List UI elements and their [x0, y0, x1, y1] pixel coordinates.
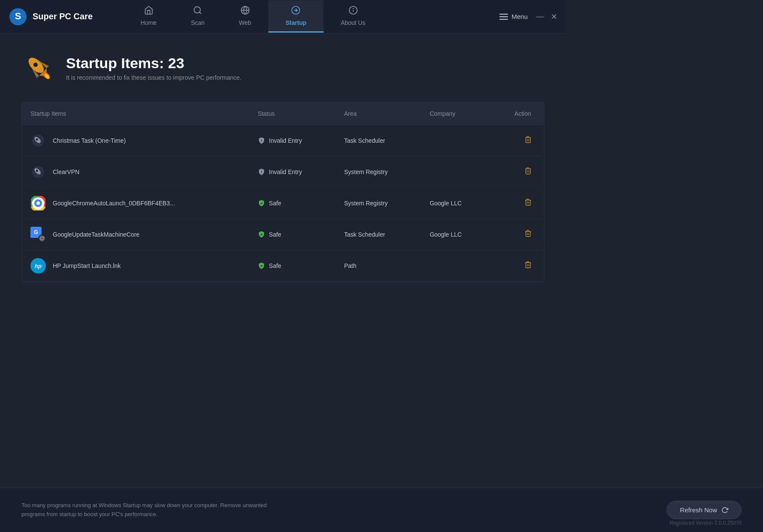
status-text: Invalid Entry [269, 137, 302, 144]
item-company-cell [421, 125, 490, 156]
item-area-cell: System Registry [336, 188, 421, 219]
minimize-button[interactable]: — [536, 12, 544, 21]
svg-point-37 [36, 201, 40, 205]
tab-scan[interactable]: Scan [174, 0, 222, 33]
item-action-cell [490, 125, 544, 156]
col-header-name: Startup Items [22, 102, 249, 125]
status-text: Safe [269, 231, 281, 238]
startup-table-container: Startup Items Status Area Company Action [21, 102, 544, 282]
delete-button[interactable] [521, 165, 535, 179]
item-name-cell: Christmas Task (One-Time) [22, 125, 249, 156]
delete-button[interactable] [521, 196, 535, 210]
main-content: Startup Items: 23 It is recommended to f… [0, 33, 566, 295]
table-row: G GoogleUpdateTaskMachineCore Safe [22, 219, 544, 250]
delete-button[interactable] [521, 134, 535, 148]
item-company-cell: Google LLC [421, 219, 490, 250]
trash-icon [524, 261, 532, 269]
delete-button[interactable] [521, 228, 535, 242]
svg-point-23 [261, 141, 262, 142]
tab-home-label: Home [141, 19, 156, 26]
menu-label: Menu [511, 13, 528, 20]
trash-icon [524, 198, 532, 207]
svg-rect-11 [499, 19, 508, 20]
titlebar-right: Menu — ✕ [499, 12, 557, 21]
tab-web[interactable]: Web [222, 0, 268, 33]
trash-icon [524, 135, 532, 144]
item-name: GoogleUpdateTaskMachineCore [53, 231, 139, 238]
svg-rect-9 [499, 14, 508, 15]
svg-point-30 [261, 173, 262, 174]
home-icon [144, 6, 153, 18]
menu-button[interactable]: Menu [499, 13, 528, 20]
item-name-cell: ClearVPN [22, 156, 249, 188]
delete-button[interactable] [521, 259, 535, 273]
titlebar: S Super PC Care Home [0, 0, 566, 33]
page-header-text: Startup Items: 23 It is recommended to f… [66, 55, 241, 81]
col-header-area: Area [336, 102, 421, 125]
rocket-item-icon [31, 134, 45, 147]
item-status-cell: Invalid Entry [249, 156, 335, 188]
tab-web-label: Web [239, 19, 251, 26]
item-name-cell: G GoogleUpdateTaskMachineCore [22, 219, 249, 250]
item-status-cell: Safe [249, 219, 335, 250]
invalid-shield-icon [258, 168, 265, 176]
svg-line-3 [200, 12, 201, 14]
item-company-cell [421, 156, 490, 188]
about-icon [348, 6, 358, 18]
tab-about[interactable]: About Us [324, 0, 383, 33]
startup-table: Startup Items Status Area Company Action [22, 102, 544, 282]
item-status-cell: Safe [249, 250, 335, 282]
hp-icon: hp [30, 258, 46, 274]
tab-startup-label: Startup [285, 19, 306, 26]
table-row: Christmas Task (One-Time) Invalid Entry … [22, 125, 544, 156]
web-icon [240, 6, 250, 18]
item-name-cell: hp HP JumpStart Launch.lnk [22, 250, 249, 282]
item-company-cell: Google LLC [421, 188, 490, 219]
page-header: Startup Items: 23 It is recommended to f… [21, 51, 544, 85]
google-update-icon: G [30, 227, 46, 242]
item-area-cell: Task Scheduler [336, 125, 421, 156]
status-text: Safe [269, 262, 281, 269]
app-title: Super PC Care [33, 12, 93, 21]
tab-about-label: About Us [341, 19, 366, 26]
tab-startup[interactable]: Startup [268, 0, 324, 33]
nav-tabs: Home Scan W [123, 0, 382, 33]
window-controls: — ✕ [536, 12, 557, 21]
item-area-cell: Task Scheduler [336, 219, 421, 250]
table-row: hp HP JumpStart Launch.lnk Safe Path [22, 250, 544, 282]
item-action-cell [490, 188, 544, 219]
item-name: GoogleChromeAutoLaunch_0DBF6BF4EB3... [53, 200, 175, 207]
item-action-cell [490, 156, 544, 188]
safe-shield-icon [258, 262, 265, 270]
item-name: ClearVPN [53, 168, 79, 175]
svg-rect-10 [499, 16, 508, 17]
item-area-cell: System Registry [336, 156, 421, 188]
invalid-shield-icon [258, 137, 265, 144]
titlebar-left: S Super PC Care Home [9, 0, 382, 33]
table-row: ClearVPN Invalid Entry System Registry [22, 156, 544, 188]
table-row: GoogleChromeAutoLaunch_0DBF6BF4EB3... Sa… [22, 188, 544, 219]
close-button[interactable]: ✕ [551, 12, 557, 21]
status-text: Invalid Entry [269, 168, 302, 175]
trash-icon [524, 167, 532, 175]
startup-icon [291, 6, 300, 18]
item-action-cell [490, 250, 544, 282]
item-status-cell: Safe [249, 188, 335, 219]
trash-icon [524, 229, 532, 238]
item-name-cell: GoogleChromeAutoLaunch_0DBF6BF4EB3... [22, 188, 249, 219]
safe-shield-icon [258, 231, 265, 238]
app-logo: S [9, 7, 27, 26]
tab-home[interactable]: Home [123, 0, 174, 33]
page-title: Startup Items: 23 [66, 55, 241, 72]
col-header-action: Action [490, 102, 544, 125]
item-company-cell [421, 250, 490, 282]
safe-shield-icon [258, 199, 265, 207]
scan-icon [193, 6, 202, 18]
page-subtitle: It is recommended to fix these issues to… [66, 74, 241, 81]
svg-text:S: S [15, 11, 21, 21]
table-header-row: Startup Items Status Area Company Action [22, 102, 544, 125]
svg-point-2 [194, 7, 201, 13]
rocket-item-icon [31, 165, 45, 179]
item-name: Christmas Task (One-Time) [53, 137, 126, 144]
item-status-cell: Invalid Entry [249, 125, 335, 156]
